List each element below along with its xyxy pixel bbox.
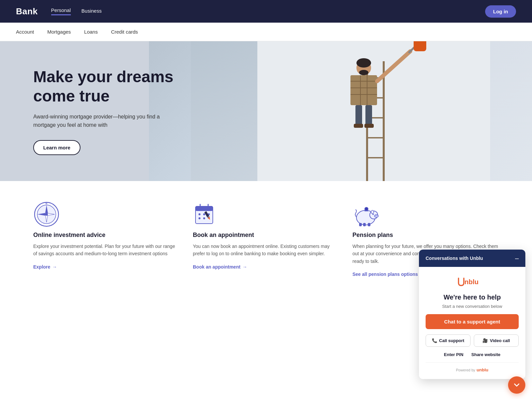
arrow-right-icon: → (52, 264, 57, 270)
svg-rect-24 (354, 124, 363, 128)
feature-investment: N Online investment advice Explore your … (33, 201, 180, 277)
hero-image (149, 41, 532, 181)
piggy-icon (352, 201, 379, 228)
svg-text:nblu: nblu (465, 278, 478, 286)
svg-rect-35 (196, 206, 213, 211)
arrow-right-icon: → (242, 264, 247, 270)
feature-appointment-link[interactable]: Book an appointment → (193, 264, 339, 270)
hero-description: Award-winning mortgage provider—helping … (33, 112, 173, 129)
login-button[interactable]: Log in (485, 5, 516, 18)
svg-point-48 (374, 215, 378, 217)
svg-text:N: N (46, 202, 47, 205)
svg-rect-23 (365, 105, 372, 125)
svg-point-50 (377, 215, 377, 216)
sec-nav-credit-cards[interactable]: Credit cards (111, 29, 138, 35)
sec-nav-account[interactable]: Account (16, 29, 34, 35)
chat-header-title: Conversations with Unblu (426, 256, 483, 261)
svg-rect-57 (363, 223, 366, 226)
svg-point-39 (203, 213, 205, 215)
feature-investment-title: Online investment advice (33, 232, 180, 239)
sec-nav-loans[interactable]: Loans (84, 29, 98, 35)
svg-rect-12 (350, 75, 377, 105)
svg-rect-58 (368, 223, 370, 226)
chat-widget-body: nblu We're here to help Start a new conv… (419, 267, 525, 297)
svg-point-42 (203, 217, 205, 219)
svg-point-38 (199, 213, 200, 215)
hero-section: Make your dreams come true Award-winning… (0, 41, 532, 181)
svg-rect-1 (257, 41, 490, 181)
secondary-navigation: Account Mortgages Loans Credit cards (0, 23, 532, 41)
hero-title: Make your dreams come true (33, 67, 200, 105)
svg-rect-21 (414, 41, 426, 51)
bank-logo: Bank (16, 6, 38, 17)
chat-widget-header: Conversations with Unblu – (419, 250, 525, 267)
chat-widget: Conversations with Unblu – nblu We're he… (419, 250, 525, 297)
learn-more-button[interactable]: Learn more (33, 140, 80, 155)
top-navigation: Bank Personal Business Log in (0, 0, 532, 23)
svg-point-32 (45, 213, 48, 216)
nav-links: Personal Business (51, 7, 102, 15)
unblu-logo-svg: nblu (457, 276, 487, 287)
feature-investment-desc: Explore your investment potential. Plan … (33, 243, 180, 258)
feature-investment-link[interactable]: Explore → (33, 264, 180, 270)
svg-point-49 (375, 215, 376, 216)
nav-left: Bank Personal Business (16, 6, 102, 17)
calendar-icon (193, 201, 219, 228)
sec-nav-mortgages[interactable]: Mortgages (47, 29, 71, 35)
svg-rect-25 (364, 124, 374, 128)
svg-point-52 (371, 210, 374, 214)
svg-point-55 (365, 208, 368, 210)
chat-minimize-button[interactable]: – (515, 255, 519, 262)
feature-appointment: Book an appointment You can now book an … (193, 201, 339, 277)
svg-point-10 (356, 58, 371, 68)
compass-icon: N (33, 201, 60, 228)
svg-point-41 (199, 217, 200, 219)
hero-background (149, 41, 532, 181)
feature-appointment-title: Book an appointment (193, 232, 339, 239)
svg-rect-22 (355, 105, 362, 125)
svg-point-11 (359, 70, 368, 75)
nav-link-personal[interactable]: Personal (51, 7, 71, 15)
nav-link-business[interactable]: Business (81, 8, 102, 15)
hero-content: Make your dreams come true Award-winning… (0, 67, 200, 155)
chat-help-title: We're here to help (444, 294, 501, 297)
svg-rect-56 (359, 223, 362, 226)
feature-pension-title: Pension plans (352, 232, 499, 239)
unblu-logo: nblu (457, 276, 487, 287)
feature-appointment-desc: You can now book an appointment online. … (193, 243, 339, 258)
